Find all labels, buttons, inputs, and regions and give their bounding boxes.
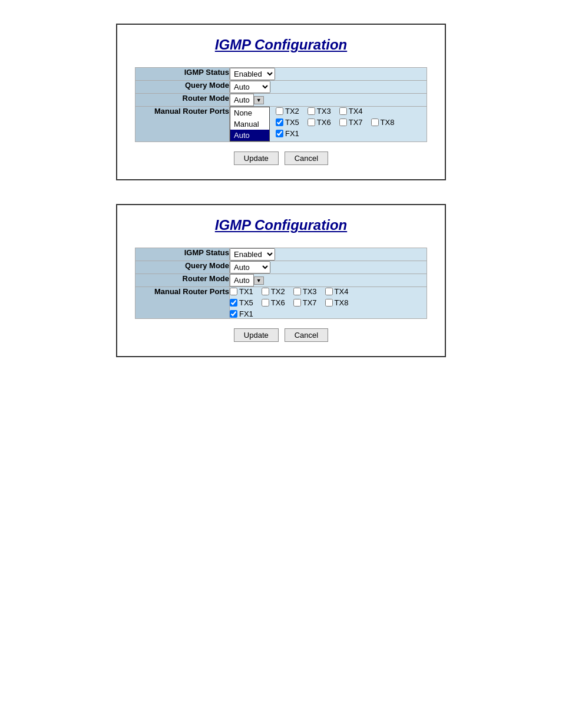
tx1-checkbox-p2[interactable]	[230, 288, 237, 295]
tx3-checkbox-p1[interactable]	[308, 107, 315, 115]
button-row-1: Update Cancel	[135, 151, 427, 165]
tx6-checkbox-p2[interactable]	[262, 299, 269, 307]
query-mode-select[interactable]: Auto Manual	[230, 81, 270, 93]
manual-router-ports-label-2: Manual Router Ports	[135, 287, 230, 319]
ports-row3-p1: FX1	[276, 129, 394, 138]
igmp-status-row: IGMP Status Enabled Disabled	[135, 68, 427, 81]
dropdown-option-none[interactable]: None	[230, 107, 269, 118]
manual-router-ports-row-2: Manual Router Ports TX1 TX2 TX3 TX4 TX5 …	[135, 287, 427, 319]
dropdown-option-auto[interactable]: Auto	[230, 130, 269, 141]
ports-container-2: TX1 TX2 TX3 TX4 TX5 TX6 TX7 TX8	[230, 287, 427, 318]
router-mode-row: Router Mode Auto ▼	[135, 94, 427, 107]
tx4-checkbox-p2[interactable]	[325, 288, 333, 295]
tx8-checkbox-p2[interactable]	[325, 299, 333, 307]
manual-router-ports-row-1: Manual Router Ports None Manual Auto TX2	[135, 107, 427, 142]
panel2-title: IGMP Configuration	[135, 217, 427, 236]
ports-row3-p2: FX1	[230, 309, 427, 318]
igmp-status-value-cell-2: Enabled Disabled	[230, 248, 427, 261]
update-button-1[interactable]: Update	[234, 151, 279, 165]
update-button-2[interactable]: Update	[234, 328, 279, 342]
fx1-label-p1: FX1	[276, 129, 299, 138]
tx5-checkbox-p1[interactable]	[276, 118, 283, 126]
tx6-label-p1: TX6	[308, 118, 331, 127]
manual-router-ports-label-1: Manual Router Ports	[135, 107, 230, 142]
fx1-label-p2: FX1	[230, 309, 253, 318]
query-mode-row: Query Mode Auto Manual	[135, 81, 427, 94]
button-row-2: Update Cancel	[135, 328, 427, 342]
igmp-status-label-2: IGMP Status	[135, 248, 230, 261]
tx5-label-p2: TX5	[230, 298, 253, 307]
tx3-label-p2: TX3	[293, 287, 317, 296]
igmp-status-select-2[interactable]: Enabled Disabled	[230, 248, 275, 261]
tx8-label-p2: TX8	[325, 298, 349, 307]
config-table-2: IGMP Status Enabled Disabled Query Mode …	[135, 248, 427, 319]
tx4-label-p1: TX4	[339, 107, 363, 116]
tx2-checkbox-p1[interactable]	[276, 107, 283, 115]
config-table-1: IGMP Status Enabled Disabled Query Mode …	[135, 67, 427, 142]
panel1-title: IGMP Configuration	[135, 37, 427, 55]
igmp-config-panel-1: IGMP Configuration IGMP Status Enabled D…	[116, 24, 446, 180]
tx7-checkbox-p2[interactable]	[293, 299, 301, 307]
tx7-checkbox-p1[interactable]	[339, 118, 347, 126]
tx2-label-p1: TX2	[276, 107, 299, 116]
cancel-button-2[interactable]: Cancel	[285, 328, 328, 342]
tx6-checkbox-p1[interactable]	[308, 118, 315, 126]
tx5-checkbox-p2[interactable]	[230, 299, 237, 307]
ports-container-1: TX2 TX3 TX4 TX5 TX6 TX7 TX8	[276, 107, 394, 138]
igmp-status-value-cell: Enabled Disabled	[230, 68, 427, 81]
tx1-label-p2: TX1	[230, 287, 253, 296]
router-mode-dropdown-popup: None Manual Auto	[230, 107, 270, 141]
ports-row1-p2: TX1 TX2 TX3 TX4	[230, 287, 427, 296]
tx2-label-p2: TX2	[262, 287, 285, 296]
router-mode-label: Router Mode	[135, 94, 230, 107]
router-mode-value-cell: Auto ▼	[230, 94, 427, 107]
tx7-label-p2: TX7	[293, 298, 317, 307]
query-mode-value-cell: Auto Manual	[230, 81, 427, 94]
query-mode-label-2: Query Mode	[135, 261, 230, 274]
tx8-label-p1: TX8	[371, 118, 395, 127]
tx3-label-p1: TX3	[308, 107, 331, 116]
router-mode-text: Auto	[230, 94, 254, 106]
igmp-status-label: IGMP Status	[135, 68, 230, 81]
tx3-checkbox-p2[interactable]	[293, 288, 301, 295]
tx7-label-p1: TX7	[339, 118, 363, 127]
ports-row1-p1: TX2 TX3 TX4	[276, 107, 394, 116]
dropdown-option-manual[interactable]: Manual	[230, 118, 269, 130]
router-mode-text-2: Auto	[230, 274, 254, 286]
ports-row2-p2: TX5 TX6 TX7 TX8	[230, 298, 427, 307]
tx2-checkbox-p2[interactable]	[262, 288, 269, 295]
router-mode-row-2: Router Mode Auto ▼	[135, 274, 427, 287]
router-mode-dropdown-arrow[interactable]: ▼	[254, 96, 264, 104]
fx1-checkbox-p1[interactable]	[276, 130, 283, 137]
igmp-config-panel-2: IGMP Configuration IGMP Status Enabled D…	[116, 204, 446, 357]
igmp-status-row-2: IGMP Status Enabled Disabled	[135, 248, 427, 261]
tx4-checkbox-p1[interactable]	[339, 107, 347, 115]
query-mode-value-cell-2: Auto Manual	[230, 261, 427, 274]
cancel-button-1[interactable]: Cancel	[285, 151, 328, 165]
tx5-label-p1: TX5	[276, 118, 299, 127]
ports-row2-p1: TX5 TX6 TX7 TX8	[276, 118, 394, 127]
query-mode-label: Query Mode	[135, 81, 230, 94]
router-mode-dropdown-arrow-2[interactable]: ▼	[254, 276, 264, 285]
igmp-status-select[interactable]: Enabled Disabled	[230, 68, 275, 80]
manual-router-ports-value-1: None Manual Auto TX2 TX3 TX4	[230, 107, 427, 142]
query-mode-select-2[interactable]: Auto Manual	[230, 261, 270, 274]
tx4-label-p2: TX4	[325, 287, 349, 296]
manual-router-ports-value-2: TX1 TX2 TX3 TX4 TX5 TX6 TX7 TX8	[230, 287, 427, 319]
fx1-checkbox-p2[interactable]	[230, 310, 237, 318]
router-mode-value-cell-2: Auto ▼	[230, 274, 427, 287]
query-mode-row-2: Query Mode Auto Manual	[135, 261, 427, 274]
tx6-label-p2: TX6	[262, 298, 285, 307]
router-mode-label-2: Router Mode	[135, 274, 230, 287]
tx8-checkbox-p1[interactable]	[371, 118, 379, 126]
